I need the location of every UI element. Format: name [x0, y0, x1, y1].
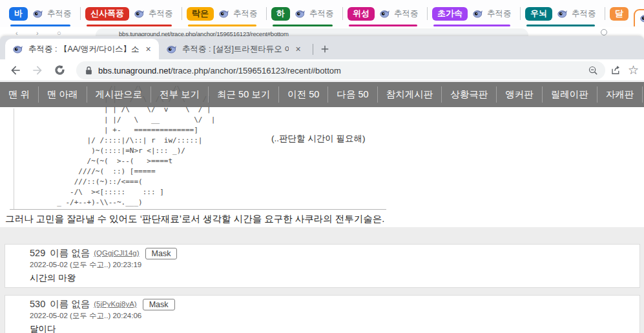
back-button[interactable]: [9, 64, 22, 77]
front-window: 추적중 : 【AA/앵커/다이스】소금의 × 추적중 : [설정]트라젠타듀오 …: [0, 36, 644, 333]
new-tab-button[interactable]: [317, 41, 333, 57]
background-tab-title: 추적중: [47, 8, 72, 19]
tab-group-underline: [349, 25, 417, 26]
close-icon[interactable]: ×: [293, 44, 304, 55]
tuna-favicon: [380, 8, 390, 19]
tuna-favicon: [640, 13, 644, 23]
background-window: 바 추적중 신사폭풍 추적중 락은 추적중 하 추적중: [0, 0, 644, 36]
zoom-out-icon[interactable]: [588, 65, 599, 76]
tab-active[interactable]: 추적중 : 【AA/앵커/다이스】소금의 ×: [5, 39, 159, 59]
background-tab-title: 추적중: [572, 8, 596, 19]
tuna-favicon: [219, 8, 229, 19]
tab-group-chip[interactable]: 우뇌: [525, 7, 552, 21]
tab-group-chip[interactable]: 초가속: [432, 7, 468, 21]
tuna-favicon: [557, 8, 568, 19]
menu-item-top[interactable]: 맨 위: [0, 88, 38, 101]
tab-group-chip[interactable]: 달: [610, 7, 628, 21]
tab-separator: [520, 7, 521, 20]
background-tabstrip: 바 추적중 신사폭풍 추적중 락은 추적중 하 추적중: [0, 0, 644, 27]
background-tab[interactable]: 추적중: [219, 8, 259, 19]
tab-group-chip[interactable]: 위성: [348, 7, 375, 21]
mask-button[interactable]: Mask: [145, 248, 178, 259]
background-url-text: bbs.tunaground.net/trace.php/anchor/1596…: [119, 30, 528, 36]
menu-item-board[interactable]: 게시판으로: [87, 88, 151, 101]
bookmark-star-icon[interactable]: ☆: [628, 62, 639, 79]
tab-group-underline: [433, 25, 510, 26]
tab-title: 추적중 : 【AA/앵커/다이스】소금의: [28, 44, 139, 55]
tab-separator: [313, 44, 313, 55]
tab-group: 초가속 추적중: [432, 0, 515, 27]
tuna-favicon: [33, 8, 43, 19]
post-body: 시간의 마왕: [30, 272, 633, 283]
post-number: 529: [30, 247, 45, 259]
menu-item-tuna-board[interactable]: 참치게시판: [378, 88, 442, 101]
post-529: 529 이름 없음 (QGgjCJl14g) Mask 2022-05-02 (…: [5, 244, 640, 288]
menu-item-view-all[interactable]: 전부 보기: [151, 88, 208, 101]
tab-group: 하 추적중: [271, 0, 338, 27]
url-domain: bbs.tunaground.net: [98, 66, 171, 76]
background-address-bar[interactable]: bbs.tunaground.net/trace.php/anchor/1596…: [96, 28, 528, 36]
share-icon[interactable]: [610, 65, 622, 76]
post-id-link[interactable]: (5jPyKqj8yA): [94, 298, 136, 310]
menu-item-recent-50[interactable]: 최근 50 보기: [209, 88, 278, 101]
background-tab[interactable]: 추적중: [380, 8, 420, 19]
close-icon[interactable]: ×: [143, 44, 154, 55]
post-number: 530: [30, 298, 45, 310]
background-tab[interactable]: 추적중: [557, 8, 597, 19]
post-530: 530 이름 없음 (5jPyKqj8yA) Mask 2022-05-02 (…: [5, 295, 640, 333]
back-icon: [9, 64, 22, 77]
tab-group-chip[interactable]: 락은: [187, 7, 214, 21]
background-tab[interactable]: 추적중: [33, 8, 73, 19]
post-author: 이름 없음: [50, 298, 90, 310]
tab-title: 추적중 : [설정]트라젠타듀오 이즈: [182, 44, 289, 55]
tab-group-underline: [188, 25, 256, 26]
background-tab-title: 추적중: [233, 8, 258, 19]
reload-button[interactable]: [54, 64, 67, 77]
menu-item-prev-50[interactable]: 이전 50: [279, 88, 327, 101]
reload-icon: [54, 64, 66, 76]
divider: [10, 209, 386, 210]
tab-group: 위성 추적중: [348, 0, 422, 27]
tab-group-underline: [526, 25, 595, 26]
background-active-tab[interactable]: 추: [634, 9, 644, 26]
tab-separator: [342, 7, 343, 20]
lock-icon[interactable]: [85, 66, 92, 75]
tab-group: 락은 추적중: [187, 0, 262, 27]
tab-separator: [80, 7, 81, 20]
forward-icon: ›: [36, 30, 43, 36]
tab-group: 신사폭풍 추적중: [85, 0, 177, 27]
post-header: 530 이름 없음 (5jPyKqj8yA) Mask: [30, 298, 633, 310]
tab-inactive[interactable]: 추적중 : [설정]트라젠타듀오 이즈 ×: [159, 39, 309, 59]
mask-button[interactable]: Mask: [143, 299, 175, 310]
address-bar[interactable]: bbs.tunaground.net/trace.php/anchor/1596…: [76, 61, 605, 79]
url-text: bbs.tunaground.net/trace.php/anchor/1596…: [98, 66, 341, 76]
background-tab[interactable]: 추적중: [295, 8, 335, 19]
post-author: 이름 없음: [50, 247, 90, 259]
menu-item-relay-board[interactable]: 릴레이판: [543, 88, 597, 101]
tab-group: 바 추적중: [9, 0, 76, 27]
forward-icon: [31, 64, 44, 77]
tab-separator: [266, 7, 267, 20]
tab-group-chip[interactable]: 바: [9, 7, 28, 21]
post-header: 529 이름 없음 (QGgjCJl14g) Mask: [30, 247, 633, 259]
plus-icon: [319, 43, 331, 55]
menu-item-next-50[interactable]: 다음 50: [328, 88, 377, 101]
tab-group-underline: [273, 25, 333, 26]
background-tab[interactable]: 추적중: [473, 8, 513, 19]
forward-button[interactable]: [31, 64, 44, 77]
post-id-link[interactable]: (QGgjCJl14g): [94, 247, 139, 259]
background-toolbar: ‹ › ○ bbs.tunaground.net/trace.php/ancho…: [0, 27, 644, 36]
menu-item-anchor-board[interactable]: 앵커판: [497, 88, 542, 101]
menu-item-bottom[interactable]: 맨 아래: [39, 88, 87, 101]
speech-text: (..판단할 시간이 필요해): [271, 133, 366, 145]
background-tab[interactable]: 추적중: [134, 8, 174, 19]
back-icon: ‹: [16, 30, 22, 36]
menu-item-rp-board[interactable]: 상황극판: [442, 88, 496, 101]
tab-separator: [605, 7, 605, 20]
reload-icon: ○: [57, 30, 63, 36]
tuna-favicon: [134, 8, 145, 19]
tab-group-chip[interactable]: 하: [271, 7, 290, 21]
menu-item-oc-board[interactable]: 자캐판: [597, 88, 643, 101]
page-content: /| /\ /\ | |- / \ /\ / \ /| | | /\ \/ v …: [0, 81, 644, 333]
tab-group-chip[interactable]: 신사폭풍: [85, 7, 129, 21]
